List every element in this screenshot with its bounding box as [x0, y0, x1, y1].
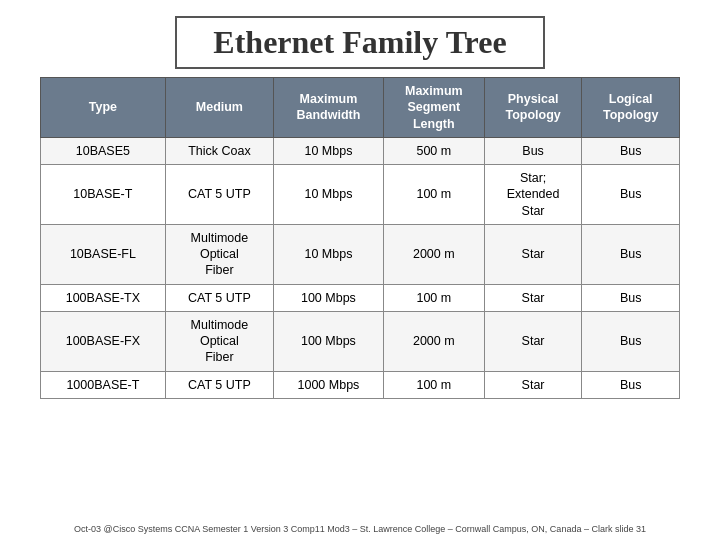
cell-physical: Star [484, 284, 582, 311]
cell-logical: Bus [582, 137, 680, 164]
cell-medium: Thick Coax [165, 137, 273, 164]
cell-segment: 2000 m [383, 311, 484, 371]
cell-medium: MultimodeOpticalFiber [165, 224, 273, 284]
cell-segment: 500 m [383, 137, 484, 164]
cell-logical: Bus [582, 284, 680, 311]
cell-type: 100BASE-TX [41, 284, 166, 311]
table-row: 1000BASE-TCAT 5 UTP1000 Mbps100 mStarBus [41, 371, 680, 398]
col-header-physical: PhysicalTopology [484, 78, 582, 138]
cell-type: 10BASE5 [41, 137, 166, 164]
cell-medium: CAT 5 UTP [165, 371, 273, 398]
cell-type: 100BASE-FX [41, 311, 166, 371]
cell-physical: Star [484, 311, 582, 371]
table-row: 10BASE5Thick Coax10 Mbps500 mBusBus [41, 137, 680, 164]
cell-bandwidth: 10 Mbps [274, 224, 384, 284]
table-row: 10BASE-FLMultimodeOpticalFiber10 Mbps200… [41, 224, 680, 284]
cell-physical: Star;ExtendedStar [484, 165, 582, 225]
cell-medium: CAT 5 UTP [165, 284, 273, 311]
cell-type: 10BASE-T [41, 165, 166, 225]
cell-segment: 100 m [383, 165, 484, 225]
cell-physical: Star [484, 371, 582, 398]
cell-bandwidth: 100 Mbps [274, 284, 384, 311]
cell-type: 1000BASE-T [41, 371, 166, 398]
cell-medium: CAT 5 UTP [165, 165, 273, 225]
cell-physical: Star [484, 224, 582, 284]
page-title: Ethernet Family Tree [213, 24, 506, 60]
table-row: 100BASE-FXMultimodeOpticalFiber100 Mbps2… [41, 311, 680, 371]
ethernet-table: Type Medium MaximumBandwidth MaximumSegm… [40, 77, 680, 399]
cell-segment: 100 m [383, 284, 484, 311]
col-header-type: Type [41, 78, 166, 138]
cell-logical: Bus [582, 371, 680, 398]
cell-logical: Bus [582, 165, 680, 225]
table-row: 100BASE-TXCAT 5 UTP100 Mbps100 mStarBus [41, 284, 680, 311]
cell-logical: Bus [582, 224, 680, 284]
title-box: Ethernet Family Tree [175, 16, 544, 69]
col-header-medium: Medium [165, 78, 273, 138]
cell-type: 10BASE-FL [41, 224, 166, 284]
cell-segment: 2000 m [383, 224, 484, 284]
table-header-row: Type Medium MaximumBandwidth MaximumSegm… [41, 78, 680, 138]
table-container: Type Medium MaximumBandwidth MaximumSegm… [40, 77, 680, 399]
col-header-bandwidth: MaximumBandwidth [274, 78, 384, 138]
table-row: 10BASE-TCAT 5 UTP10 Mbps100 mStar;Extend… [41, 165, 680, 225]
cell-logical: Bus [582, 311, 680, 371]
cell-bandwidth: 1000 Mbps [274, 371, 384, 398]
cell-medium: MultimodeOpticalFiber [165, 311, 273, 371]
cell-bandwidth: 100 Mbps [274, 311, 384, 371]
col-header-logical: LogicalTopology [582, 78, 680, 138]
page: Ethernet Family Tree Type Medium Maximum… [0, 0, 720, 540]
footer-text: Oct-03 @Cisco Systems CCNA Semester 1 Ve… [0, 524, 720, 534]
cell-physical: Bus [484, 137, 582, 164]
table-body: 10BASE5Thick Coax10 Mbps500 mBusBus10BAS… [41, 137, 680, 398]
cell-segment: 100 m [383, 371, 484, 398]
cell-bandwidth: 10 Mbps [274, 165, 384, 225]
cell-bandwidth: 10 Mbps [274, 137, 384, 164]
col-header-segment: MaximumSegmentLength [383, 78, 484, 138]
